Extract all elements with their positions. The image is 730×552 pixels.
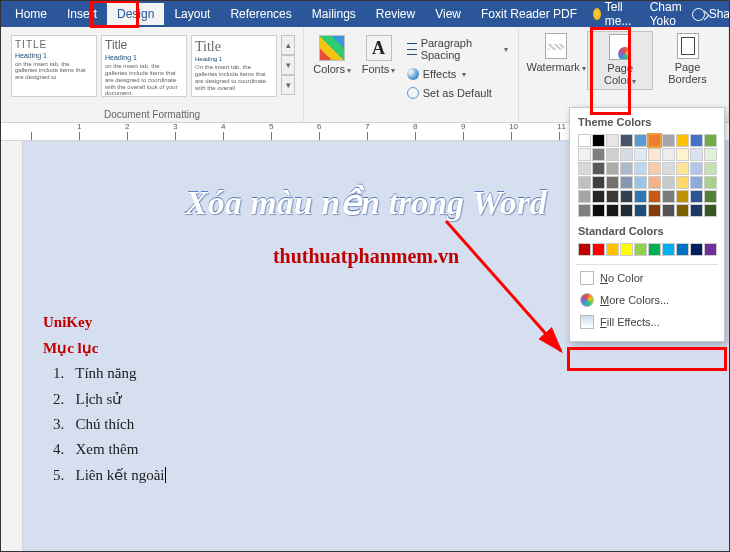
color-swatch[interactable] [606,190,619,203]
gallery-item[interactable]: TITLE Heading 1 on the insert tab, the g… [11,35,97,97]
paragraph-spacing-button[interactable]: Paragraph Spacing [403,35,512,63]
color-swatch[interactable] [648,204,661,217]
color-swatch[interactable] [606,148,619,161]
color-swatch[interactable] [592,190,605,203]
page-color-button[interactable]: Page Color [587,31,653,90]
color-swatch[interactable] [690,148,703,161]
color-swatch[interactable] [662,204,675,217]
color-swatch[interactable] [578,176,591,189]
color-swatch[interactable] [704,148,717,161]
color-swatch[interactable] [620,134,633,147]
color-swatch[interactable] [662,148,675,161]
color-swatch[interactable] [676,204,689,217]
color-swatch[interactable] [690,204,703,217]
color-swatch[interactable] [648,134,661,147]
color-swatch[interactable] [606,176,619,189]
color-swatch[interactable] [578,134,591,147]
color-swatch[interactable] [634,243,647,256]
color-swatch[interactable] [592,134,605,147]
color-swatch[interactable] [704,243,717,256]
tell-me[interactable]: Tell me... [587,0,642,28]
color-swatch[interactable] [690,162,703,175]
color-swatch[interactable] [648,148,661,161]
color-swatch[interactable] [606,162,619,175]
color-swatch[interactable] [634,148,647,161]
watermark-button[interactable]: Watermark [525,31,587,90]
color-swatch[interactable] [690,190,703,203]
color-swatch[interactable] [578,190,591,203]
color-swatch[interactable] [648,243,661,256]
color-swatch[interactable] [620,243,633,256]
color-swatch[interactable] [592,176,605,189]
color-swatch[interactable] [676,134,689,147]
tab-review[interactable]: Review [366,3,425,25]
color-swatch[interactable] [620,190,633,203]
color-swatch[interactable] [592,243,605,256]
no-color-option[interactable]: No Color [576,267,718,289]
theme-gallery[interactable]: TITLE Heading 1 on the insert tab, the g… [7,31,297,101]
gallery-scroll-down[interactable]: ▾ [281,55,295,75]
set-default-button[interactable]: Set as Default [403,85,512,101]
color-swatch[interactable] [634,190,647,203]
color-swatch[interactable] [690,176,703,189]
color-swatch[interactable] [662,190,675,203]
color-swatch[interactable] [578,243,591,256]
gallery-expand[interactable]: ▾ [281,75,295,95]
tab-layout[interactable]: Layout [164,3,220,25]
vertical-ruler[interactable] [1,141,23,551]
color-swatch[interactable] [578,148,591,161]
fill-effects-option[interactable]: Fill Effects... [576,311,718,333]
more-colors-option[interactable]: More Colors... [576,289,718,311]
color-swatch[interactable] [648,162,661,175]
color-swatch[interactable] [606,134,619,147]
color-swatch[interactable] [578,162,591,175]
color-swatch[interactable] [620,148,633,161]
tab-foxit[interactable]: Foxit Reader PDF [471,3,587,25]
tab-insert[interactable]: Insert [57,3,107,25]
color-swatch[interactable] [676,148,689,161]
page-borders-button[interactable]: Page Borders [653,31,722,90]
user-name[interactable]: Cham Yoko [650,0,682,28]
color-swatch[interactable] [606,243,619,256]
color-swatch[interactable] [620,162,633,175]
color-swatch[interactable] [704,176,717,189]
color-swatch[interactable] [620,176,633,189]
color-swatch[interactable] [662,176,675,189]
color-swatch[interactable] [606,204,619,217]
tab-references[interactable]: References [220,3,301,25]
color-swatch[interactable] [662,162,675,175]
color-swatch[interactable] [704,134,717,147]
color-swatch[interactable] [634,162,647,175]
tab-home[interactable]: Home [5,3,57,25]
color-swatch[interactable] [704,204,717,217]
effects-button[interactable]: Effects [403,66,512,82]
color-swatch[interactable] [662,134,675,147]
color-swatch[interactable] [704,162,717,175]
color-swatch[interactable] [662,243,675,256]
gallery-item[interactable]: Title Heading 1 On the insert tab, the g… [191,35,277,97]
color-swatch[interactable] [648,176,661,189]
color-swatch[interactable] [634,176,647,189]
tab-view[interactable]: View [425,3,471,25]
colors-button[interactable]: Colors [310,33,354,78]
gallery-scroll-up[interactable]: ▴ [281,35,295,55]
share-button[interactable]: Share [692,7,730,21]
color-swatch[interactable] [648,190,661,203]
color-swatch[interactable] [676,190,689,203]
color-swatch[interactable] [592,148,605,161]
color-swatch[interactable] [676,176,689,189]
tab-mailings[interactable]: Mailings [302,3,366,25]
color-swatch[interactable] [620,204,633,217]
color-swatch[interactable] [592,162,605,175]
color-swatch[interactable] [704,190,717,203]
color-swatch[interactable] [690,134,703,147]
color-swatch[interactable] [676,243,689,256]
gallery-item[interactable]: Title Heading 1 on the insert tab, the g… [101,35,187,97]
tab-design[interactable]: Design [107,3,164,25]
color-swatch[interactable] [690,243,703,256]
color-swatch[interactable] [592,204,605,217]
color-swatch[interactable] [634,134,647,147]
color-swatch[interactable] [676,162,689,175]
fonts-button[interactable]: A Fonts [358,33,399,78]
color-swatch[interactable] [634,204,647,217]
